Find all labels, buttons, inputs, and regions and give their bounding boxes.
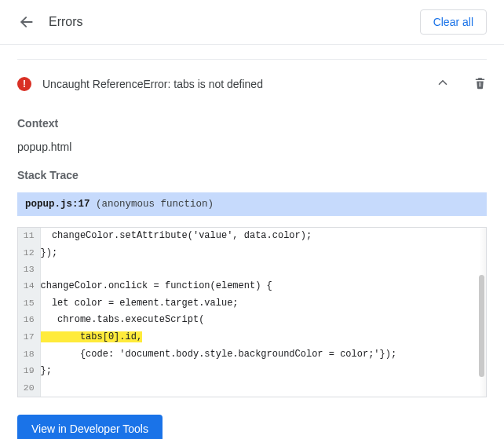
code-text: {code: 'document.body.style.backgroundCo… xyxy=(40,346,486,364)
line-number: 18 xyxy=(18,346,40,364)
clear-all-button[interactable]: Clear all xyxy=(420,9,487,35)
line-number: 12 xyxy=(18,245,40,262)
context-label: Context xyxy=(17,117,487,130)
line-number: 15 xyxy=(18,295,40,313)
stack-file: popup.js:17 xyxy=(25,199,90,210)
stack-frame[interactable]: popup.js:17 (anonymous function) xyxy=(17,192,487,216)
code-text: tabs[0].id, xyxy=(40,329,486,346)
line-number: 14 xyxy=(18,278,40,295)
error-summary-row: ! Uncaught ReferenceError: tabs is not d… xyxy=(17,60,487,101)
trash-icon[interactable] xyxy=(470,73,487,95)
line-number: 16 xyxy=(18,312,40,329)
header-bar: Errors Clear all xyxy=(0,0,504,45)
error-message: Uncaught ReferenceError: tabs is not def… xyxy=(42,78,433,90)
back-arrow-icon[interactable] xyxy=(17,13,36,31)
code-line: 17 tabs[0].id, xyxy=(18,329,486,346)
line-number: 19 xyxy=(18,363,40,380)
code-line: 11 changeColor.setAttribute('value', dat… xyxy=(18,228,486,245)
scrollbar-thumb[interactable] xyxy=(479,275,484,377)
code-line: 15 let color = element.target.value; xyxy=(18,295,486,313)
stack-function: (anonymous function) xyxy=(96,199,214,210)
line-number: 17 xyxy=(18,329,40,346)
page-title: Errors xyxy=(49,15,420,29)
view-devtools-button[interactable]: View in Developer Tools xyxy=(17,415,163,439)
code-table: 11 changeColor.setAttribute('value', dat… xyxy=(18,228,486,397)
code-text: chrome.tabs.executeScript( xyxy=(40,312,486,329)
error-icon: ! xyxy=(17,77,31,91)
chevron-up-icon[interactable] xyxy=(433,72,453,95)
code-text: let color = element.target.value; xyxy=(40,295,486,313)
code-line: 19}; xyxy=(18,363,486,380)
code-text: }; xyxy=(40,363,486,380)
code-line: 16 chrome.tabs.executeScript( xyxy=(18,312,486,329)
code-line: 20 xyxy=(18,380,486,397)
code-text: }); xyxy=(40,245,486,262)
code-line: 18 {code: 'document.body.style.backgroun… xyxy=(18,346,486,364)
context-value: popup.html xyxy=(17,141,487,153)
code-text xyxy=(40,262,486,278)
code-line: 12}); xyxy=(18,245,486,262)
code-line: 14changeColor.onclick = function(element… xyxy=(18,278,486,295)
line-number: 13 xyxy=(18,262,40,278)
line-number: 20 xyxy=(18,380,40,397)
code-snippet: 11 changeColor.setAttribute('value', dat… xyxy=(17,227,487,397)
code-text: changeColor.onclick = function(element) … xyxy=(40,278,486,295)
line-number: 11 xyxy=(18,228,40,245)
stack-trace-label: Stack Trace xyxy=(17,169,487,181)
code-text xyxy=(40,380,486,397)
content-area: ! Uncaught ReferenceError: tabs is not d… xyxy=(0,59,504,439)
code-line: 13 xyxy=(18,262,486,278)
code-text: changeColor.setAttribute('value', data.c… xyxy=(40,228,486,245)
